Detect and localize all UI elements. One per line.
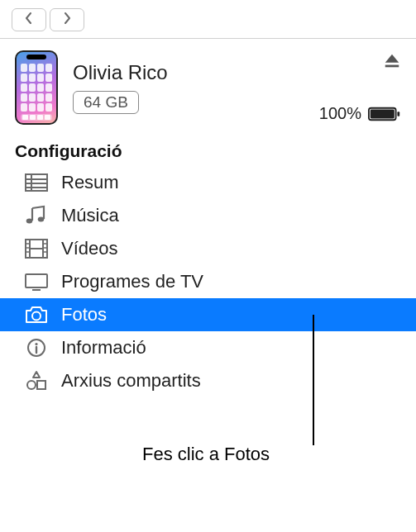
- info-icon: [23, 337, 50, 359]
- svg-point-10: [38, 217, 45, 222]
- sidebar-item-summary[interactable]: Resum: [0, 166, 416, 199]
- svg-rect-21: [26, 274, 47, 287]
- device-header: Olivia Rico 64 GB 100%: [0, 39, 416, 133]
- summary-icon: [23, 172, 50, 193]
- sidebar-item-label: Vídeos: [61, 238, 118, 259]
- toolbar: [0, 0, 416, 39]
- forward-button[interactable]: [50, 8, 84, 31]
- sidebar-item-label: Fotos: [61, 304, 107, 325]
- sidebar-item-info[interactable]: Informació: [0, 331, 416, 364]
- sidebar-item-tv[interactable]: Programes de TV: [0, 265, 416, 298]
- callout-line-icon: [313, 315, 314, 445]
- annotation-text: Fes clic a Fotos: [142, 444, 270, 465]
- sidebar-item-label: Música: [61, 205, 119, 226]
- svg-point-25: [35, 343, 37, 345]
- svg-rect-28: [37, 381, 45, 389]
- apps-icon: [23, 370, 50, 392]
- sidebar-item-shared-files[interactable]: Arxius compartits: [0, 364, 416, 397]
- sidebar-item-music[interactable]: Música: [0, 199, 416, 232]
- tv-icon: [23, 271, 50, 292]
- device-thumbnail-icon: [15, 50, 58, 125]
- sidebar-item-label: Arxius compartits: [61, 370, 201, 392]
- eject-button[interactable]: [383, 52, 401, 70]
- device-info: Olivia Rico 64 GB: [73, 61, 304, 114]
- camera-icon: [23, 304, 50, 325]
- video-icon: [23, 238, 50, 259]
- svg-point-9: [26, 219, 33, 224]
- svg-rect-2: [371, 109, 394, 118]
- svg-rect-3: [397, 112, 399, 116]
- device-status: 100%: [319, 50, 401, 125]
- sidebar-item-label: Informació: [61, 337, 146, 359]
- svg-point-23: [32, 312, 41, 321]
- sidebar-item-label: Programes de TV: [61, 271, 203, 292]
- battery-icon: [368, 106, 401, 122]
- chevron-right-icon: [62, 12, 72, 27]
- battery-percent: 100%: [319, 104, 361, 123]
- annotation: Fes clic a Fotos: [0, 397, 416, 496]
- device-name: Olivia Rico: [73, 61, 304, 84]
- section-header: Configuració: [0, 133, 416, 166]
- sidebar-item-photos[interactable]: Fotos: [0, 298, 416, 331]
- sidebar-item-videos[interactable]: Vídeos: [0, 232, 416, 265]
- chevron-left-icon: [24, 12, 34, 27]
- battery-status: 100%: [319, 104, 401, 123]
- svg-point-27: [27, 381, 36, 389]
- back-button[interactable]: [12, 8, 46, 31]
- storage-badge: 64 GB: [73, 91, 139, 114]
- svg-rect-0: [385, 65, 399, 68]
- sidebar-item-label: Resum: [61, 172, 119, 193]
- settings-menu: Resum Música Vídeos Programes de TV Foto…: [0, 166, 416, 397]
- music-icon: [23, 205, 50, 226]
